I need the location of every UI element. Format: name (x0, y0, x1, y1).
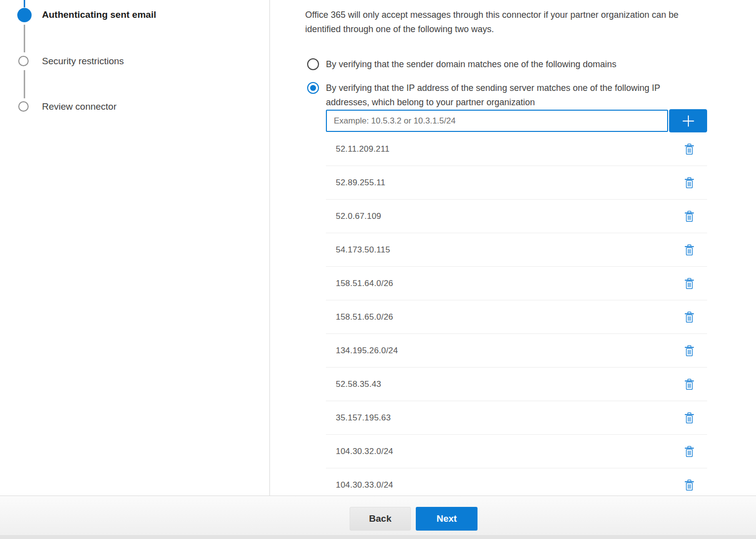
ip-address-value: 158.51.64.0/26 (336, 279, 393, 289)
ip-address-value: 35.157.195.63 (336, 413, 391, 423)
delete-ip-button[interactable] (683, 176, 695, 190)
delete-ip-button[interactable] (683, 377, 695, 391)
connector-wizard: Authenticating sent email Security restr… (0, 0, 756, 539)
radio-sender-domain[interactable] (307, 58, 319, 70)
trash-icon (684, 378, 694, 390)
radio-ip-address[interactable] (307, 82, 319, 94)
ip-address-value: 54.173.50.115 (336, 245, 390, 255)
trash-icon (684, 446, 694, 457)
delete-ip-button[interactable] (683, 310, 695, 324)
delete-ip-button[interactable] (683, 478, 695, 492)
delete-ip-button[interactable] (683, 277, 695, 290)
radio-ip-address-label[interactable]: By verifying that the IP address of the … (326, 81, 736, 110)
ip-list-item: 158.51.65.0/26 (326, 300, 707, 334)
page-description: Office 365 will only accept messages thr… (305, 8, 756, 37)
next-button[interactable]: Next (416, 507, 477, 531)
trash-icon (684, 244, 694, 256)
delete-ip-button[interactable] (683, 445, 695, 458)
ip-list-item: 52.58.35.43 (326, 368, 707, 401)
trash-icon (684, 345, 694, 357)
radio-sender-domain-label[interactable]: By verifying that the sender domain matc… (326, 58, 616, 70)
ip-address-value: 134.195.26.0/24 (336, 346, 398, 356)
back-button[interactable]: Back (350, 507, 411, 531)
ip-address-value: 52.11.209.211 (336, 144, 390, 154)
delete-ip-button[interactable] (683, 209, 695, 223)
radio-label-line: By verifying that the IP address of the … (326, 81, 736, 95)
ip-list-item: 104.30.33.0/24 (326, 468, 707, 496)
ip-list-item: 54.173.50.115 (326, 233, 707, 267)
ip-address-value: 52.58.35.43 (336, 379, 381, 389)
add-ip-button[interactable] (669, 109, 707, 132)
trash-icon (684, 177, 694, 189)
ip-address-value: 52.0.67.109 (336, 211, 381, 221)
step-review-connector: Review connector (42, 101, 117, 112)
panel-divider (269, 0, 270, 496)
ip-list-item: 104.30.32.0/24 (326, 435, 707, 468)
ip-list-item: 35.157.195.63 (326, 401, 707, 435)
delete-ip-button[interactable] (683, 411, 695, 425)
description-line: identified through one of the following … (305, 22, 756, 37)
ip-list-item: 134.195.26.0/24 (326, 334, 707, 368)
ip-list-item: 158.51.64.0/26 (326, 267, 707, 300)
radio-label-line: addresses, which belong to your partner … (326, 95, 736, 110)
ip-address-value: 52.89.255.11 (336, 178, 385, 188)
ip-address-input[interactable] (326, 110, 668, 132)
stepper-track (24, 70, 25, 98)
step-authenticating-sent-email: Authenticating sent email (42, 9, 156, 20)
trash-icon (684, 311, 694, 323)
ip-address-value: 104.30.32.0/24 (336, 447, 393, 456)
ip-list-item: 52.11.209.211 (326, 132, 707, 166)
delete-ip-button[interactable] (683, 243, 695, 257)
step-dot (18, 56, 29, 66)
trash-icon (684, 143, 694, 155)
trash-icon (684, 479, 694, 491)
ip-list-item: 52.89.255.11 (326, 166, 707, 200)
stepper-track-completed (24, 0, 25, 7)
step-dot (18, 101, 29, 112)
trash-icon (684, 412, 694, 424)
delete-ip-button[interactable] (683, 142, 695, 156)
plus-icon (680, 113, 696, 129)
ip-list-item: 52.0.67.109 (326, 200, 707, 233)
wizard-footer: Back Next (0, 496, 756, 539)
ip-address-list: 52.11.209.211 (326, 132, 707, 496)
footer-bottom-strip (0, 535, 756, 539)
trash-icon (684, 210, 694, 222)
step-active-dot (17, 8, 32, 22)
ip-address-value: 158.51.65.0/26 (336, 312, 393, 322)
trash-icon (684, 278, 694, 290)
wizard-body: Authenticating sent email Security restr… (0, 0, 756, 496)
description-line: Office 365 will only accept messages thr… (305, 8, 756, 22)
step-security-restrictions: Security restrictions (42, 56, 124, 67)
wizard-stepper: Authenticating sent email Security restr… (0, 0, 269, 496)
stepper-track (24, 25, 25, 52)
ip-address-value: 104.30.33.0/24 (336, 480, 393, 490)
delete-ip-button[interactable] (683, 344, 695, 358)
